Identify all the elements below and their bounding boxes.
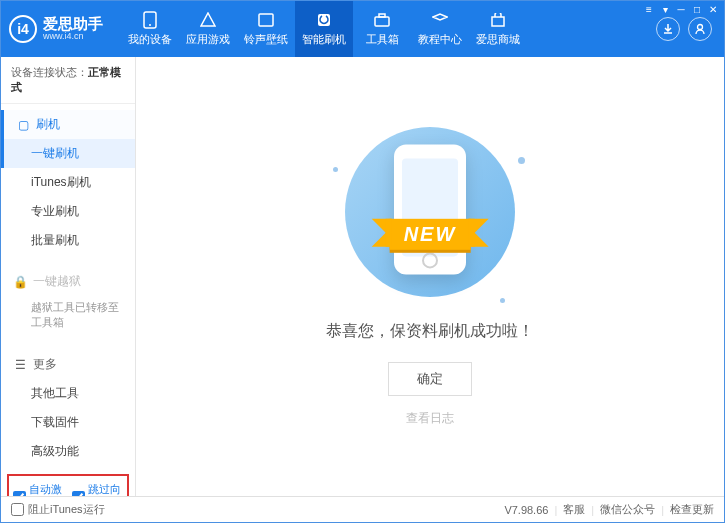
nav-apps-games[interactable]: 应用游戏 [179, 1, 237, 57]
app-window: ≡ ▾ ─ □ ✕ i4 爱思助手 www.i4.cn 我的设备 应用游戏 铃声… [0, 0, 725, 523]
footer: 阻止iTunes运行 V7.98.66 | 客服 | 微信公众号 | 检查更新 [1, 496, 724, 522]
sidebar-flash-title[interactable]: ▢刷机 [1, 110, 135, 139]
menu-icon[interactable]: ▾ [658, 3, 672, 15]
toolbox-icon [373, 11, 391, 29]
svg-rect-6 [492, 17, 504, 26]
app-logo: i4 爱思助手 www.i4.cn [9, 15, 103, 43]
sidebar-item-other-tools[interactable]: 其他工具 [1, 379, 135, 408]
titlebar: ≡ ▾ ─ □ ✕ i4 爱思助手 www.i4.cn 我的设备 应用游戏 铃声… [1, 1, 724, 57]
sidebar-item-download-firmware[interactable]: 下载固件 [1, 408, 135, 437]
checkbox-block-itunes[interactable]: 阻止iTunes运行 [11, 502, 105, 517]
nav-toolbox[interactable]: 工具箱 [353, 1, 411, 57]
main-content: NEW 恭喜您，保资料刷机成功啦！ 确定 查看日志 [136, 57, 724, 496]
logo-icon: i4 [9, 15, 37, 43]
sidebar-item-advanced[interactable]: 高级功能 [1, 437, 135, 466]
svg-rect-2 [259, 14, 273, 26]
flash-icon [315, 11, 333, 29]
nav-ringtones[interactable]: 铃声壁纸 [237, 1, 295, 57]
success-illustration: NEW [345, 127, 515, 297]
apps-icon [199, 11, 217, 29]
phone-illustration-icon [394, 144, 466, 274]
svg-rect-5 [379, 14, 385, 17]
account-icons [656, 17, 712, 41]
sidebar-item-oneclick-flash[interactable]: 一键刷机 [1, 139, 135, 168]
close-icon[interactable]: ✕ [706, 3, 720, 15]
body: 设备连接状态：正常模式 ▢刷机 一键刷机 iTunes刷机 专业刷机 批量刷机 … [1, 57, 724, 496]
tutorial-icon [431, 11, 449, 29]
footer-left: 阻止iTunes运行 [11, 502, 105, 517]
footer-right: V7.98.66 | 客服 | 微信公众号 | 检查更新 [504, 502, 714, 517]
checkbox-auto-activate[interactable]: 自动激活 [13, 482, 64, 496]
sidebar-jailbreak-group: 🔒一键越狱 越狱工具已转移至工具箱 [1, 261, 135, 344]
flash-group-icon: ▢ [16, 118, 30, 132]
check-update-link[interactable]: 检查更新 [670, 502, 714, 517]
sidebar-item-itunes-flash[interactable]: iTunes刷机 [1, 168, 135, 197]
maximize-icon[interactable]: □ [690, 3, 704, 15]
customer-service-link[interactable]: 客服 [563, 502, 585, 517]
phone-icon [141, 11, 159, 29]
ok-button[interactable]: 确定 [388, 362, 472, 396]
nav-smart-flash[interactable]: 智能刷机 [295, 1, 353, 57]
nav-my-device[interactable]: 我的设备 [121, 1, 179, 57]
svg-point-1 [149, 24, 151, 26]
jailbreak-note: 越狱工具已转移至工具箱 [1, 296, 135, 338]
minimize-icon[interactable]: ─ [674, 3, 688, 15]
view-log-link[interactable]: 查看日志 [406, 410, 454, 427]
sidebar-item-pro-flash[interactable]: 专业刷机 [1, 197, 135, 226]
lock-icon: 🔒 [13, 275, 27, 289]
main-nav: 我的设备 应用游戏 铃声壁纸 智能刷机 工具箱 教程中心 爱思商城 [121, 1, 656, 57]
app-url: www.i4.cn [43, 32, 103, 42]
nav-store[interactable]: 爱思商城 [469, 1, 527, 57]
svg-rect-4 [375, 17, 389, 26]
nav-tutorials[interactable]: 教程中心 [411, 1, 469, 57]
sidebar-more-group: ☰更多 其他工具 下载固件 高级功能 [1, 344, 135, 472]
sidebar-flash-group: ▢刷机 一键刷机 iTunes刷机 专业刷机 批量刷机 [1, 104, 135, 261]
user-icon[interactable] [688, 17, 712, 41]
svg-point-7 [698, 25, 703, 30]
settings-icon[interactable]: ≡ [642, 3, 656, 15]
download-icon[interactable] [656, 17, 680, 41]
success-message: 恭喜您，保资料刷机成功啦！ [326, 321, 534, 342]
wechat-link[interactable]: 微信公众号 [600, 502, 655, 517]
checkbox-skip-guide[interactable]: 跳过向导 [72, 482, 123, 496]
version-label: V7.98.66 [504, 504, 548, 516]
flash-options-highlighted: 自动激活 跳过向导 [7, 474, 129, 496]
sidebar-jailbreak-title[interactable]: 🔒一键越狱 [1, 267, 135, 296]
wallpaper-icon [257, 11, 275, 29]
app-name: 爱思助手 [43, 16, 103, 33]
sidebar-more-title[interactable]: ☰更多 [1, 350, 135, 379]
store-icon [489, 11, 507, 29]
sidebar-item-batch-flash[interactable]: 批量刷机 [1, 226, 135, 255]
new-ribbon: NEW [390, 219, 471, 250]
connection-status: 设备连接状态：正常模式 [1, 57, 135, 104]
more-icon: ☰ [13, 358, 27, 372]
sidebar: 设备连接状态：正常模式 ▢刷机 一键刷机 iTunes刷机 专业刷机 批量刷机 … [1, 57, 136, 496]
window-controls: ≡ ▾ ─ □ ✕ [642, 3, 720, 15]
